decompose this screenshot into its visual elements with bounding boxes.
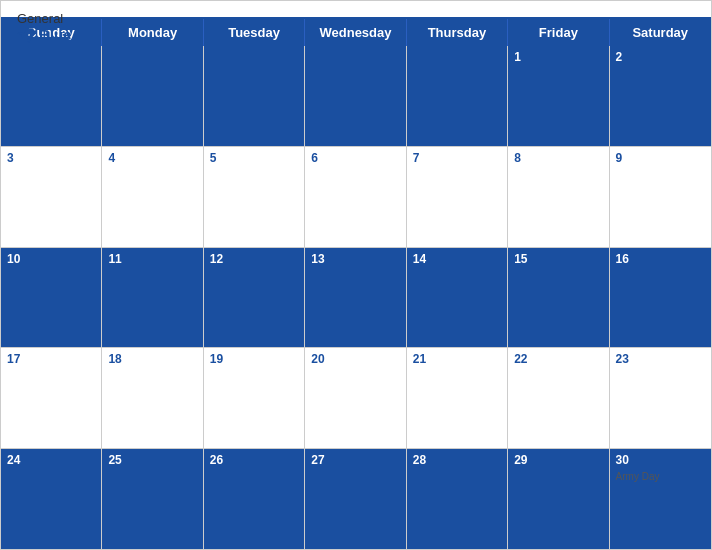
calendar-table: SundayMondayTuesdayWednesdayThursdayFrid… (1, 17, 711, 549)
day-cell: 29 (508, 449, 609, 549)
day-number: 30 (616, 453, 705, 469)
day-cell (305, 46, 406, 146)
week-row-5: 24252627282930Army Day (1, 449, 711, 549)
logo-bird-icon (17, 27, 37, 43)
day-cell (102, 46, 203, 146)
day-cell: 20 (305, 348, 406, 448)
day-number: 8 (514, 151, 602, 167)
day-header-wednesday: Wednesday (305, 19, 406, 46)
week-row-4: 17181920212223 (1, 348, 711, 449)
day-cell: 3 (1, 147, 102, 247)
day-number: 21 (413, 352, 501, 368)
day-cell: 12 (204, 248, 305, 348)
day-number: 26 (210, 453, 298, 469)
day-number: 2 (616, 50, 705, 66)
day-number: 7 (413, 151, 501, 167)
day-cell (1, 46, 102, 146)
day-number: 3 (7, 151, 95, 167)
day-cell (204, 46, 305, 146)
day-cell: 7 (407, 147, 508, 247)
day-cell: 25 (102, 449, 203, 549)
day-header-thursday: Thursday (407, 19, 508, 46)
day-cell: 22 (508, 348, 609, 448)
day-number: 19 (210, 352, 298, 368)
day-number: 25 (108, 453, 196, 469)
days-header: SundayMondayTuesdayWednesdayThursdayFrid… (1, 19, 711, 46)
day-number: 1 (514, 50, 602, 66)
day-cell: 8 (508, 147, 609, 247)
day-number: 6 (311, 151, 399, 167)
day-cell: 2 (610, 46, 711, 146)
day-number: 11 (108, 252, 196, 268)
day-cell: 6 (305, 147, 406, 247)
day-number: 17 (7, 352, 95, 368)
day-number: 15 (514, 252, 602, 268)
day-cell: 23 (610, 348, 711, 448)
event-label: Army Day (616, 471, 705, 482)
calendar-container: General Blue SundayMondayTuesdayWednesda… (0, 0, 712, 550)
week-row-2: 3456789 (1, 147, 711, 248)
day-cell: 14 (407, 248, 508, 348)
day-cell: 17 (1, 348, 102, 448)
logo-blue-text: Blue (17, 26, 72, 43)
day-cell: 4 (102, 147, 203, 247)
day-number: 23 (616, 352, 705, 368)
day-number: 9 (616, 151, 705, 167)
logo-general-text: General (17, 11, 63, 26)
day-cell: 11 (102, 248, 203, 348)
day-number: 29 (514, 453, 602, 469)
day-cell (407, 46, 508, 146)
day-cell: 26 (204, 449, 305, 549)
day-cell: 10 (1, 248, 102, 348)
day-header-saturday: Saturday (610, 19, 711, 46)
weeks-container: 1234567891011121314151617181920212223242… (1, 46, 711, 549)
day-number: 14 (413, 252, 501, 268)
week-row-1: 12 (1, 46, 711, 147)
day-cell: 16 (610, 248, 711, 348)
day-cell: 13 (305, 248, 406, 348)
generalblue-logo: General Blue (17, 11, 72, 43)
day-number: 10 (7, 252, 95, 268)
day-number: 12 (210, 252, 298, 268)
day-number: 4 (108, 151, 196, 167)
day-cell: 9 (610, 147, 711, 247)
day-cell: 24 (1, 449, 102, 549)
day-cell: 27 (305, 449, 406, 549)
day-cell: 28 (407, 449, 508, 549)
calendar-header: General Blue (1, 1, 711, 17)
day-cell: 5 (204, 147, 305, 247)
day-number: 16 (616, 252, 705, 268)
day-cell: 19 (204, 348, 305, 448)
day-number: 5 (210, 151, 298, 167)
week-row-3: 10111213141516 (1, 248, 711, 349)
day-cell: 18 (102, 348, 203, 448)
day-header-monday: Monday (102, 19, 203, 46)
day-number: 18 (108, 352, 196, 368)
day-number: 28 (413, 453, 501, 469)
day-number: 13 (311, 252, 399, 268)
day-cell: 21 (407, 348, 508, 448)
day-number: 27 (311, 453, 399, 469)
day-cell: 30Army Day (610, 449, 711, 549)
day-cell: 15 (508, 248, 609, 348)
day-number: 22 (514, 352, 602, 368)
day-number: 20 (311, 352, 399, 368)
day-header-friday: Friday (508, 19, 609, 46)
day-number: 24 (7, 453, 95, 469)
day-cell: 1 (508, 46, 609, 146)
day-header-tuesday: Tuesday (204, 19, 305, 46)
